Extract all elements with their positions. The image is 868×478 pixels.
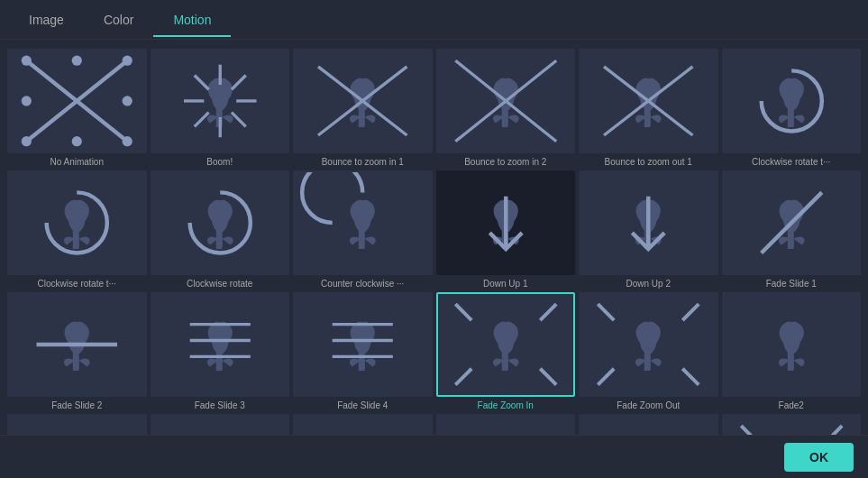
animation-item-bounce-zoom-in-2[interactable]: Bounce to zoom in 2 xyxy=(436,49,576,167)
svg-line-22 xyxy=(318,67,362,101)
animation-label-clockwise-rotate: Clockwise rotate xyxy=(187,279,252,289)
animation-thumb-bounce-zoom-in-1 xyxy=(293,49,433,153)
animation-thumb-fade2 xyxy=(722,292,862,397)
animation-item-fade-slide-4[interactable]: Fade Slide 4 xyxy=(293,292,433,410)
animation-item-flip-down2[interactable]: Flip Down2 xyxy=(151,414,290,435)
animation-thumb-fade-slide-4 xyxy=(293,292,433,397)
svg-line-68 xyxy=(455,304,471,320)
svg-line-74 xyxy=(598,304,614,320)
svg-point-5 xyxy=(123,136,132,146)
svg-line-34 xyxy=(604,67,648,101)
svg-line-29 xyxy=(506,60,556,101)
animation-label-fade-slide-2: Fade Slide 2 xyxy=(51,400,102,410)
animation-label-fade-zoom-out: Fade Zoom Out xyxy=(617,400,680,410)
animation-thumb-flip-up1 xyxy=(293,414,433,435)
animation-thumb-boom xyxy=(151,49,290,153)
svg-line-75 xyxy=(682,304,699,320)
svg-point-8 xyxy=(22,96,32,106)
svg-rect-41 xyxy=(75,234,79,247)
animation-thumb-fade-slide-1 xyxy=(722,170,862,275)
animation-thumb-fade-zoom-out xyxy=(579,292,718,397)
svg-rect-21 xyxy=(361,112,365,125)
animation-label-bounce-zoom-in-2: Bounce to zoom in 2 xyxy=(464,157,546,167)
animation-thumb-fade-zoom-in xyxy=(436,292,576,397)
svg-line-92 xyxy=(741,426,761,435)
svg-line-31 xyxy=(506,101,556,142)
animation-label-bounce-zoom-out-1: Bounce to zoom out 1 xyxy=(605,157,692,167)
animation-label-fade2: Fade2 xyxy=(779,400,804,410)
animation-thumb-fade-slide-3 xyxy=(151,292,290,397)
animation-item-clockwise-rotate[interactable]: Clockwise rotate xyxy=(151,170,290,289)
ok-button[interactable]: OK xyxy=(784,443,854,472)
animation-thumb-bounce-zoom-out-1 xyxy=(579,49,718,153)
svg-rect-67 xyxy=(503,355,507,369)
svg-rect-73 xyxy=(646,355,651,369)
animation-item-clockwise-rotate-t1[interactable]: Clockwise rotate t··· xyxy=(722,49,862,167)
svg-line-70 xyxy=(455,369,471,385)
animation-item-fade-zoom-out[interactable]: Fade Zoom Out xyxy=(579,292,718,410)
animation-item-fly-to-zoom[interactable]: Fly to zoom in xyxy=(579,414,718,435)
animation-thumb-fade-slide-2 xyxy=(7,292,147,397)
svg-line-76 xyxy=(598,369,614,385)
animation-item-boom[interactable]: Boom! xyxy=(151,49,290,167)
animation-item-bounce-zoom-in-1[interactable]: Bounce to zoom in 1 xyxy=(293,49,433,167)
tab-motion[interactable]: Motion xyxy=(153,4,231,36)
animation-item-fade-zoom-in[interactable]: Fade Zoom In xyxy=(436,292,576,410)
svg-rect-51 xyxy=(789,234,793,247)
animation-thumb-no-animation xyxy=(7,49,147,153)
animation-label-bounce-zoom-in-1: Bounce to zoom in 1 xyxy=(322,157,404,167)
animation-thumb-clockwise-rotate-t1 xyxy=(722,49,862,153)
animation-item-fade-slide-2[interactable]: Fade Slide 2 xyxy=(7,292,147,410)
svg-rect-54 xyxy=(75,355,79,369)
svg-line-36 xyxy=(604,101,648,135)
animation-item-grow-shrink[interactable]: Grow Shrink xyxy=(722,414,862,435)
animation-item-flip-down1[interactable]: Flip Down1 xyxy=(7,414,147,435)
animation-label-down-up-2: Down Up 2 xyxy=(626,279,671,289)
animation-thumb-fly-to-zoom xyxy=(579,414,718,435)
svg-line-77 xyxy=(682,369,699,385)
animation-item-counter-clockwise[interactable]: Counter clockwise ··· xyxy=(293,170,433,289)
animation-item-flip-up2[interactable]: Flip Up2 xyxy=(436,414,576,435)
svg-point-7 xyxy=(72,136,82,146)
animation-item-fade-slide-1[interactable]: Fade Slide 1 xyxy=(722,170,862,289)
svg-line-13 xyxy=(231,113,245,127)
svg-line-28 xyxy=(455,60,506,101)
animation-label-no-animation: No Animation xyxy=(50,157,104,167)
animation-label-fade-slide-3: Fade Slide 3 xyxy=(195,400,245,410)
svg-line-24 xyxy=(318,101,362,135)
animation-item-down-up-2[interactable]: Down Up 2 xyxy=(579,170,718,289)
animation-grid: No AnimationBoom!Bounce to zoom in 1Boun… xyxy=(7,49,861,435)
animation-item-fade-slide-3[interactable]: Fade Slide 3 xyxy=(151,292,290,410)
animation-item-no-animation[interactable]: No Animation xyxy=(7,49,147,167)
animation-item-fade2[interactable]: Fade2 xyxy=(722,292,862,410)
tab-color[interactable]: Color xyxy=(84,4,153,36)
svg-rect-45 xyxy=(361,234,365,247)
animation-thumb-down-up-1 xyxy=(436,170,576,275)
svg-line-15 xyxy=(194,113,208,127)
animation-thumb-bounce-zoom-in-2 xyxy=(436,49,576,153)
animation-thumb-clockwise-rotate xyxy=(151,170,290,275)
footer: OK xyxy=(0,435,868,478)
svg-line-93 xyxy=(821,426,841,435)
animation-label-down-up-1: Down Up 1 xyxy=(483,279,527,289)
svg-line-35 xyxy=(648,67,692,101)
svg-point-9 xyxy=(123,96,132,106)
animation-item-down-up-1[interactable]: Down Up 1 xyxy=(436,170,576,289)
svg-point-4 xyxy=(22,136,32,146)
animation-grid-area: No AnimationBoom!Bounce to zoom in 1Boun… xyxy=(0,40,868,435)
animation-thumb-clockwise-rotate-t2 xyxy=(7,170,147,275)
animation-item-bounce-zoom-out-1[interactable]: Bounce to zoom out 1 xyxy=(579,49,718,167)
animation-label-boom: Boom! xyxy=(206,157,233,167)
svg-line-23 xyxy=(362,67,407,101)
animation-item-clockwise-rotate-t2[interactable]: Clockwise rotate t··· xyxy=(7,170,147,289)
svg-line-19 xyxy=(231,75,245,89)
svg-rect-27 xyxy=(503,112,507,125)
animation-label-fade-zoom-in: Fade Zoom In xyxy=(478,400,534,410)
tab-image[interactable]: Image xyxy=(9,4,84,36)
motion-dialog: Image Color Motion No AnimationBoom!Boun… xyxy=(0,0,868,478)
svg-line-71 xyxy=(540,369,556,385)
animation-label-counter-clockwise: Counter clockwise ··· xyxy=(321,279,404,289)
svg-rect-39 xyxy=(789,112,793,125)
animation-item-flip-up1[interactable]: Flip Up1 xyxy=(293,414,433,435)
svg-point-6 xyxy=(72,56,82,66)
